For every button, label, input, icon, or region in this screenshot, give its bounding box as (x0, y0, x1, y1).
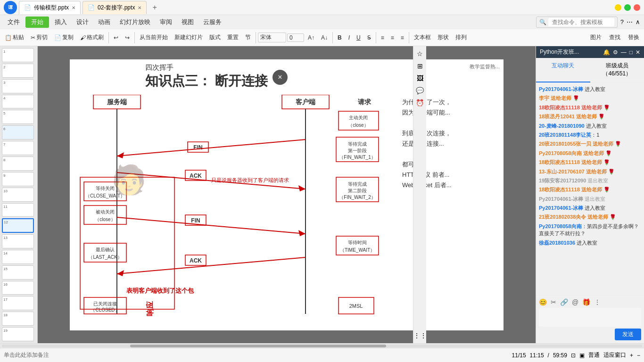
slide-thumb-18[interactable]: 18 (2, 312, 34, 326)
clock-icon[interactable]: ⏰ (416, 99, 424, 107)
cut-button[interactable]: ✂剪切 (28, 32, 50, 43)
more-chat-icon[interactable]: ⋮ (594, 298, 601, 306)
chat-icon[interactable]: 💬 (416, 87, 424, 94)
python-close-icon[interactable]: ✕ (636, 49, 640, 56)
tab-members[interactable]: 班级成员（46/551） (590, 58, 644, 82)
arrange-button[interactable]: 排列 (453, 32, 470, 43)
slide-thumb-10[interactable]: 10 (2, 188, 34, 202)
slide-thumb-14[interactable]: 14 (2, 250, 34, 264)
python-icon1[interactable]: 🔔 (603, 49, 610, 56)
menu-insert[interactable]: 插入 (51, 16, 71, 28)
font-name[interactable]: 宋体 (258, 33, 286, 42)
tab-ppt2[interactable]: 📄 02-套接字.pptx ✕ (83, 1, 147, 14)
star-icon[interactable]: ☆ (417, 50, 423, 58)
python-max-icon[interactable]: □ (629, 49, 633, 56)
slide-thumb-13[interactable]: 13 (2, 234, 34, 248)
add-tab-button[interactable]: + (149, 1, 160, 14)
bold-button[interactable]: B (335, 33, 345, 42)
scrollbar-thumb[interactable] (130, 345, 386, 347)
close-tab2[interactable]: ✕ (138, 5, 141, 10)
minimize-button[interactable] (615, 4, 621, 11)
menu-cloud[interactable]: 云服务 (199, 16, 225, 28)
close-tab1[interactable]: ✕ (72, 5, 75, 10)
close-overlay-button[interactable]: × (272, 70, 288, 85)
supervision-label: 教学监督熟... (470, 63, 500, 70)
slide-thumb-7[interactable]: 7 (2, 141, 34, 155)
slide-thumb-1[interactable]: 1 (2, 48, 34, 62)
font-decrease[interactable]: A↓ (318, 33, 330, 42)
strikethrough-button[interactable]: S̶ (364, 33, 374, 42)
slide-thumb-12[interactable]: 12 (2, 218, 34, 233)
from-current-button[interactable]: 从当前开始 (137, 32, 171, 43)
slide-thumb-6[interactable]: 6 (2, 125, 34, 140)
layers-icon[interactable]: ⊞ (417, 62, 423, 70)
slide-thumb-5[interactable]: 5 (2, 110, 34, 124)
zoom-out[interactable]: − (637, 352, 640, 359)
link-icon[interactable]: 🔗 (560, 298, 568, 306)
find-button[interactable]: 查找 (606, 32, 623, 43)
font-increase[interactable]: A↑ (305, 33, 317, 42)
slide-canvas[interactable]: 教学监督熟... 四次挥手 知识点三： 断开连接 服务端 客户端 请求 (70, 59, 504, 330)
gift-icon[interactable]: 🎁 (582, 298, 590, 306)
slide-thumb-16[interactable]: 16 (2, 281, 34, 295)
menu-view[interactable]: 视图 (178, 16, 198, 28)
align-center[interactable]: ≡ (388, 33, 397, 42)
slide-thumb-17[interactable]: 17 (2, 296, 34, 310)
at-icon[interactable]: @ (572, 298, 578, 306)
menu-slideshow[interactable]: 幻灯片放映 (116, 16, 154, 28)
menu-animation[interactable]: 动画 (94, 16, 114, 28)
replace-button[interactable]: 替换 (625, 32, 642, 43)
shape-button[interactable]: 形状 (435, 32, 452, 43)
text-box-button[interactable]: 文本框 (411, 32, 434, 43)
python-min-icon[interactable]: — (621, 49, 627, 56)
view-slide[interactable]: ▣ (579, 352, 585, 359)
align-right[interactable]: ≡ (398, 33, 407, 42)
chat-textarea[interactable] (539, 308, 641, 327)
zoom-in[interactable]: + (630, 352, 633, 359)
format-brush-button[interactable]: 🖌格式刷 (77, 32, 107, 43)
python-icon2[interactable]: ⚙ (613, 49, 618, 56)
send-button[interactable]: 发送 (615, 329, 641, 340)
comment-label[interactable]: 单击此处添加备注 (4, 351, 49, 359)
grid-icon[interactable]: ⋮⋮ (413, 332, 427, 339)
view-normal[interactable]: ⊡ (571, 352, 576, 359)
redo-button[interactable]: ↪ (122, 33, 132, 42)
emoji-icon[interactable]: 😊 (539, 298, 547, 306)
slide-thumb-8[interactable]: 8 (2, 156, 34, 171)
tab-interactive[interactable]: 互动聊天 (536, 58, 590, 82)
help-icon[interactable]: ? (620, 18, 624, 25)
paste-button[interactable]: 📋粘贴 (2, 32, 27, 43)
picture-button[interactable]: 图片 (587, 32, 604, 43)
zoom-fit[interactable]: 适应窗口 (603, 351, 626, 359)
underline-button[interactable]: U (354, 33, 363, 42)
undo-button[interactable]: ↩ (111, 33, 121, 42)
font-size[interactable]: 0 (287, 33, 304, 42)
italic-button[interactable]: I (346, 33, 353, 42)
close-button[interactable] (634, 4, 640, 11)
maximize-button[interactable] (624, 4, 631, 11)
slide-thumb-4[interactable]: 4 (2, 95, 34, 109)
slide-thumb-9[interactable]: 9 (2, 172, 34, 186)
slide-thumb-3[interactable]: 3 (2, 79, 34, 93)
slide-thumb-11[interactable]: 11 (2, 203, 34, 217)
more-icon[interactable]: ⋯ (627, 18, 633, 25)
reset-button[interactable]: 重置 (224, 32, 241, 43)
layout-button[interactable]: 版式 (206, 32, 223, 43)
scrollbar-track[interactable] (2, 345, 642, 347)
align-left[interactable]: ≡ (378, 33, 387, 42)
copy-button[interactable]: 📄复制 (51, 32, 76, 43)
menu-design[interactable]: 设计 (73, 16, 92, 28)
search-input[interactable] (548, 18, 614, 26)
menu-file[interactable]: 文件 (4, 16, 24, 28)
slide-thumb-15[interactable]: 15 (2, 265, 34, 280)
tab-ppt1[interactable]: 📄 传输模型.pptx ✕ (19, 1, 81, 14)
slide-thumb-19[interactable]: 19 (2, 327, 34, 341)
collapse-icon[interactable]: ∧ (636, 18, 640, 25)
image-icon[interactable]: 🖼 (417, 74, 423, 82)
menu-review[interactable]: 审阅 (156, 16, 176, 28)
new-slide-button[interactable]: 新建幻灯片 (172, 32, 206, 43)
slide-thumb-2[interactable]: 2 (2, 64, 34, 78)
scissors-icon[interactable]: ✂ (551, 298, 556, 306)
menu-start[interactable]: 开始 (25, 16, 49, 28)
section-button[interactable]: 节 (242, 32, 254, 43)
